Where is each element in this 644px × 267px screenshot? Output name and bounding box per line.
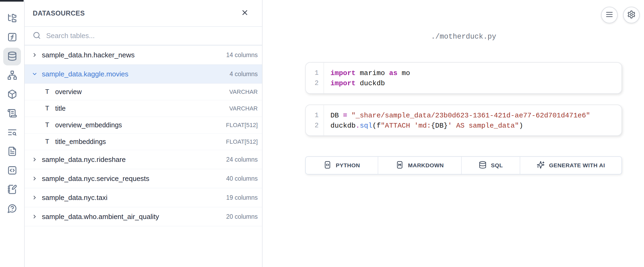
- line-number: 2: [315, 121, 319, 131]
- add-button-label: SQL: [491, 162, 503, 169]
- sidebar-item-dependencies[interactable]: [3, 67, 21, 84]
- table-row-hacker-news[interactable]: sample_data.hn.hacker_news 14 columns: [25, 46, 262, 65]
- markdown-icon: [396, 161, 404, 170]
- database-icon: [7, 51, 17, 62]
- gear-icon: [627, 10, 636, 20]
- table-name: sample_data.who.ambient_air_quality: [42, 213, 159, 221]
- column-row-overview-embeddings[interactable]: T overview_embeddings FLOAT[512]: [25, 117, 262, 134]
- table-name: sample_data.nyc.taxi: [42, 194, 107, 202]
- datasources-panel: DATASOURCES sample_data.hn.hacker_news 1…: [25, 0, 263, 267]
- line-number: 2: [315, 78, 319, 88]
- column-row-title[interactable]: T title VARCHAR: [25, 100, 262, 117]
- notebook-pen-icon: [7, 184, 17, 195]
- table-column-count: 24 columns: [226, 156, 258, 163]
- help-chat-icon: [7, 203, 17, 214]
- chevron-down-icon: [32, 71, 38, 77]
- sidebar-item-packages[interactable]: [3, 86, 21, 103]
- table-name: sample_data.nyc.rideshare: [42, 155, 126, 164]
- sidebar-item-documentation[interactable]: [3, 143, 21, 161]
- close-icon: [241, 9, 249, 18]
- datasources-panel-header: DATASOURCES: [25, 0, 262, 27]
- table-row-kaggle-movies[interactable]: sample_data.kaggle.movies 4 columns: [25, 65, 262, 84]
- add-button-label: PYTHON: [336, 162, 360, 169]
- sidebar-item-logs[interactable]: [3, 105, 21, 123]
- table-column-count: 20 columns: [226, 213, 258, 220]
- add-sql-cell-button[interactable]: SQL: [462, 157, 520, 174]
- sidebar-item-snippets[interactable]: [3, 162, 21, 180]
- sidebar-item-variables[interactable]: [3, 29, 21, 46]
- column-row-overview[interactable]: T overview VARCHAR: [25, 84, 262, 100]
- chevron-right-icon: [32, 157, 38, 162]
- code-editor[interactable]: DB = "_share/sample_data/23b0d623-1361-4…: [324, 105, 590, 135]
- scroll-icon: [7, 108, 17, 119]
- database-icon: [479, 161, 487, 170]
- table-column-count: 4 columns: [230, 71, 258, 78]
- text-type-icon: T: [45, 121, 49, 129]
- chevron-right-icon: [32, 176, 38, 181]
- add-button-label: MARKDOWN: [408, 162, 444, 169]
- sidebar-item-outline-search[interactable]: [3, 124, 21, 142]
- code-cell-attach-db[interactable]: 1 2 DB = "_share/sample_data/23b0d623-13…: [305, 105, 622, 136]
- code-line: import duckdb: [330, 78, 410, 88]
- notebook-topbar: [601, 7, 640, 23]
- table-name: sample_data.nyc.service_requests: [42, 175, 149, 183]
- graph-icon: [7, 70, 17, 81]
- line-number: 1: [315, 68, 319, 78]
- line-number-gutter: 1 2: [306, 63, 324, 93]
- table-column-count: 19 columns: [226, 194, 258, 201]
- sidebar-item-scratchpad[interactable]: [3, 181, 21, 199]
- chevron-right-icon: [32, 214, 38, 220]
- table-row-taxi[interactable]: sample_data.nyc.taxi 19 columns: [25, 188, 262, 207]
- sidebar-item-datasources[interactable]: [3, 48, 21, 65]
- sidebar-item-help[interactable]: [3, 200, 21, 218]
- search-icon: [33, 31, 41, 40]
- panel-title: DATASOURCES: [33, 9, 85, 17]
- column-type: FLOAT[512]: [226, 138, 258, 145]
- table-name: sample_data.hn.hacker_news: [42, 51, 134, 59]
- search-tables-input[interactable]: [46, 32, 257, 40]
- chevron-right-icon: [32, 52, 38, 58]
- add-markdown-cell-button[interactable]: MARKDOWN: [378, 157, 462, 174]
- column-type: VARCHAR: [229, 105, 258, 112]
- table-row-ambient-air-quality[interactable]: sample_data.who.ambient_air_quality 20 c…: [25, 207, 262, 226]
- rail-top-strip: [0, 0, 24, 2]
- menu-icon: [605, 10, 614, 20]
- notebook-area: ./motherduck.py 1 2 import marimo as mo …: [263, 0, 644, 267]
- code-line: import marimo as mo: [330, 68, 410, 78]
- table-row-service-requests[interactable]: sample_data.nyc.service_requests 40 colu…: [25, 169, 262, 188]
- function-icon: [7, 32, 17, 43]
- list-search-icon: [7, 127, 17, 138]
- text-type-icon: T: [45, 88, 49, 96]
- add-python-cell-button[interactable]: PYTHON: [306, 157, 378, 174]
- settings-button[interactable]: [623, 7, 640, 23]
- sparkles-icon: [537, 161, 545, 170]
- code-file-icon: [323, 161, 332, 170]
- notebook-menu-button[interactable]: [601, 7, 618, 23]
- package-icon: [7, 89, 17, 100]
- document-icon: [7, 146, 17, 157]
- code-cell-imports[interactable]: 1 2 import marimo as mo import duckdb: [305, 62, 622, 94]
- add-button-label: GENERATE WITH AI: [549, 162, 605, 169]
- column-name: title: [55, 105, 66, 112]
- code-line: DB = "_share/sample_data/23b0d623-1361-4…: [330, 110, 590, 121]
- line-number: 1: [315, 110, 319, 121]
- table-row-rideshare[interactable]: sample_data.nyc.rideshare 24 columns: [25, 150, 262, 169]
- file-tree-icon: [7, 13, 17, 24]
- column-type: VARCHAR: [229, 88, 258, 95]
- text-type-icon: T: [45, 105, 49, 113]
- column-name: overview: [55, 88, 82, 96]
- close-panel-button[interactable]: [239, 7, 251, 19]
- table-name: sample_data.kaggle.movies: [42, 70, 128, 78]
- code-square-icon: [7, 165, 17, 176]
- tables-list: sample_data.hn.hacker_news 14 columns sa…: [25, 46, 262, 226]
- column-type: FLOAT[512]: [226, 122, 258, 129]
- table-column-count: 40 columns: [226, 175, 258, 182]
- sidebar-item-file-explorer[interactable]: [3, 10, 21, 27]
- column-name: title_embeddings: [55, 138, 106, 146]
- column-row-title-embeddings[interactable]: T title_embeddings FLOAT[512]: [25, 134, 262, 150]
- chevron-right-icon: [32, 195, 38, 201]
- code-line: duckdb.sql(f"ATTACH 'md:{DB}' AS sample_…: [330, 121, 590, 131]
- column-name: overview_embeddings: [55, 121, 122, 129]
- generate-with-ai-button[interactable]: GENERATE WITH AI: [520, 157, 621, 174]
- code-editor[interactable]: import marimo as mo import duckdb: [324, 63, 410, 93]
